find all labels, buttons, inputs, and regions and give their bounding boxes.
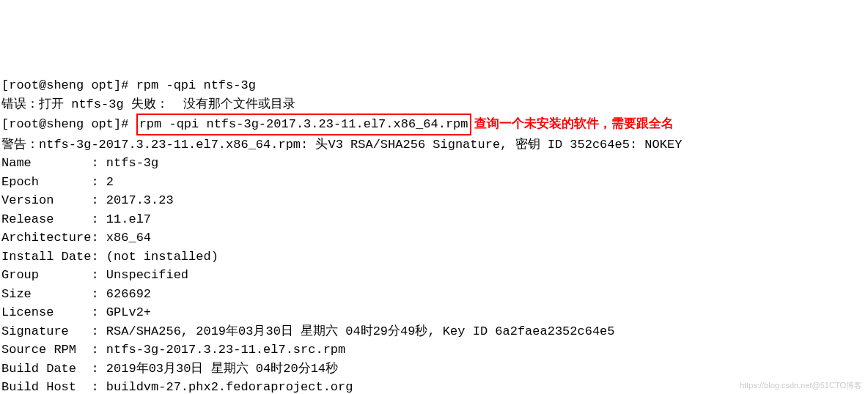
field-signature: Signature : RSA/SHA256, 2019年03月30日 星期六 … (1, 324, 615, 338)
terminal-output: [root@sheng opt]# rpm -qpi ntfs-3g 错误：打开… (1, 76, 867, 394)
warning-line: 警告：ntfs-3g-2017.3.23-11.el7.x86_64.rpm: … (1, 138, 682, 152)
annotation-text: 查询一个未安装的软件，需要跟全名 (471, 116, 674, 130)
field-epoch: Epoch : 2 (1, 175, 114, 189)
prompt: [root@sheng opt]# (1, 117, 136, 131)
watermark: https://blog.csdn.net@51CTO博客 (740, 379, 862, 392)
command-text: rpm -qpi ntfs-3g (136, 78, 256, 92)
field-version: Version : 2017.3.23 (1, 193, 174, 207)
field-architecture: Architecture: x86_64 (1, 231, 151, 245)
field-release: Release : 11.el7 (1, 212, 151, 226)
field-size: Size : 626692 (1, 287, 151, 301)
field-build-host: Build Host : buildvm-27.phx2.fedoraproje… (1, 380, 353, 394)
error-line: 错误：打开 ntfs-3g 失败： 没有那个文件或目录 (1, 97, 295, 111)
field-group: Group : Unspecified (1, 268, 188, 282)
field-install-date: Install Date: (not installed) (1, 250, 218, 264)
prompt: [root@sheng opt]# (1, 78, 136, 92)
field-build-date: Build Date : 2019年03月30日 星期六 04时20分14秒 (1, 362, 338, 376)
field-name: Name : ntfs-3g (1, 156, 158, 170)
field-source-rpm: Source RPM : ntfs-3g-2017.3.23-11.el7.sr… (1, 343, 345, 357)
highlighted-command: rpm -qpi ntfs-3g-2017.3.23-11.el7.x86_64… (136, 114, 471, 135)
field-license: License : GPLv2+ (1, 305, 151, 319)
